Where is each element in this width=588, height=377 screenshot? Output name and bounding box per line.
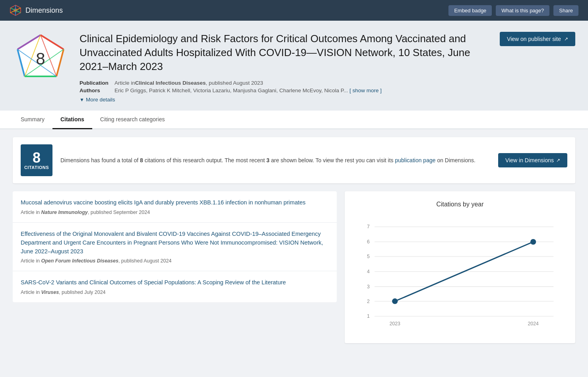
chart-svg: 1 2 3 4 5 6 7 (354, 216, 566, 335)
citations-summary-box: 8 CITATIONS Dimensions has found a total… (13, 137, 575, 183)
paper-meta-1: Article in Nature Immunology, published … (21, 210, 329, 215)
paper-item-3: SARS-CoV-2 Variants and Clinical Outcome… (13, 271, 337, 302)
citations-content: Mucosal adenovirus vaccine boosting elic… (13, 191, 575, 343)
citations-count-label: CITATIONS (24, 165, 49, 170)
dimensions-logo-icon (10, 4, 21, 16)
publication-page-link[interactable]: publication page (395, 157, 436, 163)
embed-badge-button[interactable]: Embed badge (448, 5, 492, 16)
publication-label: Publication (80, 80, 111, 86)
svg-text:3: 3 (367, 284, 370, 290)
svg-text:2: 2 (367, 299, 370, 304)
paper-meta-2: Article in Open Forum Infectious Disease… (21, 258, 329, 264)
what-is-this-button[interactable]: What is this page? (496, 5, 549, 16)
more-details-arrow-icon: ▼ (80, 97, 84, 103)
hero-section: 8 Clinical Epidemiology and Risk Factors… (0, 21, 588, 111)
view-in-dimensions-button[interactable]: View in Dimensions (498, 153, 567, 167)
chart-column: Citations by year 1 2 3 4 (345, 191, 575, 343)
papers-list: Mucosal adenovirus vaccine boosting elic… (13, 191, 337, 343)
paper-title-1[interactable]: Mucosal adenovirus vaccine boosting elic… (21, 198, 329, 207)
logo: Dimensions (10, 4, 63, 16)
chart-point-2024 (530, 239, 536, 245)
svg-text:4: 4 (367, 269, 370, 274)
authors-label: Authors (80, 87, 111, 93)
citations-count-number: 8 (33, 151, 41, 165)
authors-value: Eric P Griggs, Patrick K Mitchell, Victo… (114, 87, 382, 93)
chart-title: Citations by year (354, 201, 566, 208)
badge-citation-number: 8 (36, 49, 45, 68)
svg-text:6: 6 (367, 239, 370, 245)
view-publisher-button[interactable]: View on publisher site (500, 32, 575, 46)
svg-text:2023: 2023 (390, 321, 400, 326)
publication-row: Publication Article inClinical Infectiou… (80, 80, 489, 86)
paper-item-2: Effectiveness of the Original Monovalent… (13, 223, 337, 271)
tab-citing-categories[interactable]: Citing research categories (92, 111, 173, 129)
paper-item-1: Mucosal adenovirus vaccine boosting elic… (13, 191, 337, 223)
chart-area: 1 2 3 4 5 6 7 (354, 216, 566, 335)
citations-count-badge: 8 CITATIONS (21, 144, 52, 176)
svg-text:1: 1 (367, 314, 370, 319)
more-details-toggle[interactable]: ▼ More details (80, 97, 489, 103)
paper-meta-3: Article in Viruses, published July 2024 (21, 290, 329, 295)
svg-text:7: 7 (367, 224, 370, 230)
citations-description: Dimensions has found a total of 8 citati… (60, 156, 490, 165)
citations-by-year-chart: Citations by year 1 2 3 4 (345, 191, 575, 343)
tabs-navigation: Summary Citations Citing research catego… (0, 111, 588, 129)
main-content: 8 CITATIONS Dimensions has found a total… (0, 129, 588, 351)
tab-summary[interactable]: Summary (13, 111, 52, 129)
paper-title-3[interactable]: SARS-CoV-2 Variants and Clinical Outcome… (21, 278, 329, 287)
dimensions-badge: 8 (13, 32, 68, 87)
share-button[interactable]: Share (553, 5, 578, 16)
authors-row: Authors Eric P Griggs, Patrick K Mitchel… (80, 87, 489, 93)
svg-text:5: 5 (367, 254, 370, 259)
svg-text:2024: 2024 (528, 321, 539, 326)
header-actions: Embed badge What is this page? Share (448, 5, 578, 16)
paper-title-2[interactable]: Effectiveness of the Original Monovalent… (21, 230, 329, 256)
show-more-authors-link[interactable]: [ show more ] (349, 87, 382, 93)
tab-citations[interactable]: Citations (52, 111, 92, 129)
citation-badge-container: 8 (13, 32, 68, 87)
chart-point-2023 (392, 299, 398, 304)
article-info: Clinical Epidemiology and Risk Factors f… (80, 32, 489, 103)
header: Dimensions Embed badge What is this page… (0, 0, 588, 21)
publication-value: Article inClinical Infectious Diseases, … (114, 80, 263, 86)
article-title: Clinical Epidemiology and Risk Factors f… (80, 32, 489, 74)
hero-right-actions: View on publisher site (500, 32, 575, 46)
